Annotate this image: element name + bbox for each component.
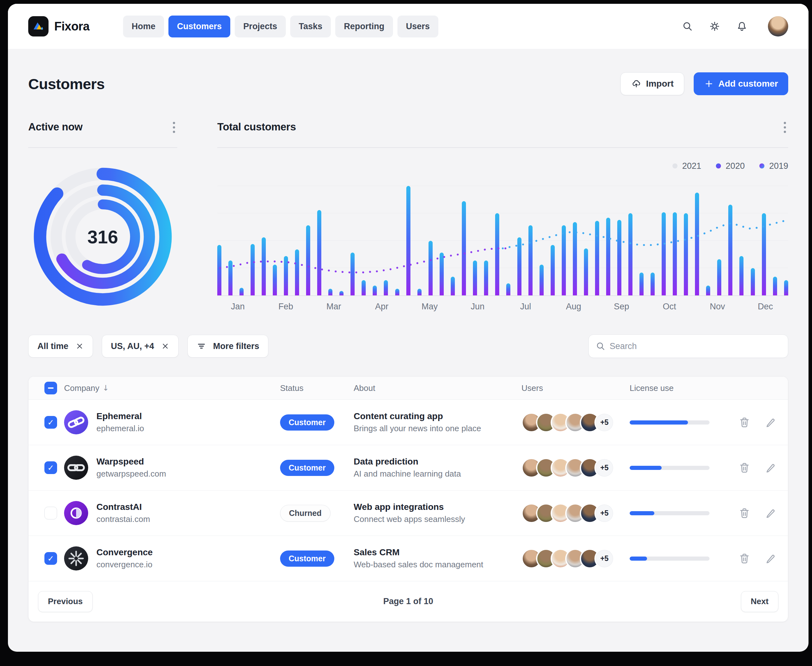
brand[interactable]: Fixora [28,16,89,36]
row-checkbox[interactable] [44,507,57,519]
filter-chip[interactable]: All time [28,335,93,358]
nav-item-reporting[interactable]: Reporting [335,16,393,38]
about-subtitle: Web-based sales doc management [354,560,522,570]
company-logo [64,410,88,434]
settings-gear-icon[interactable] [709,21,720,32]
active-now-section: Active now [28,121,177,313]
total-customers-bar-chart [217,186,788,296]
total-customers-menu-icon[interactable] [781,121,788,134]
company-name: Ephemeral [96,411,144,421]
brand-name: Fixora [54,20,89,33]
about-title: Data prediction [354,457,522,467]
active-now-value: 316 [28,162,177,311]
user-avatar-stack: +5 [522,503,630,523]
legend-dot-icon [716,163,721,168]
brand-logo-icon [28,16,49,36]
month-label: Apr [375,302,388,312]
extra-users-badge[interactable]: +5 [595,458,614,478]
sort-descending-icon[interactable]: ↓ [102,384,109,392]
add-customer-button[interactable]: Add customer [694,73,788,95]
legend-item-2019[interactable]: 2019 [759,161,788,171]
nav-item-tasks[interactable]: Tasks [290,16,331,38]
company-logo [64,456,88,480]
nav-item-projects[interactable]: Projects [235,16,286,38]
legend-item-2021[interactable]: 2021 [672,161,701,171]
license-progress [630,420,710,425]
close-icon[interactable] [161,342,170,350]
extra-users-badge[interactable]: +5 [595,503,614,523]
row-checkbox[interactable]: ✓ [44,416,57,429]
main-nav: HomeCustomersProjectsTasksReportingUsers [123,16,438,38]
user-avatar-stack: +5 [522,549,630,569]
search-icon[interactable] [682,21,693,32]
month-label: Aug [566,302,581,312]
nav-item-home[interactable]: Home [123,16,164,38]
check-icon: ✓ [48,418,54,427]
chart-legend: 202120202019 [217,160,788,171]
delete-icon[interactable] [738,552,751,565]
page-status: Page 1 of 10 [28,597,788,607]
plus-icon [704,79,714,89]
check-icon: ✓ [48,554,54,563]
month-label: Sep [614,302,629,312]
status-badge: Customer [280,414,334,430]
table-row-ephemeral: ✓Ephemeralephemeral.ioCustomerContent cu… [28,400,788,445]
month-label: Feb [278,302,293,312]
edit-icon[interactable] [764,552,777,565]
delete-icon[interactable] [738,462,751,474]
month-label: Dec [758,302,773,312]
status-badge: Churned [280,505,331,522]
extra-users-badge[interactable]: +5 [595,549,614,569]
company-name: ContrastAI [96,502,150,512]
legend-dot-icon [759,163,764,168]
import-button[interactable]: Import [621,73,684,95]
nav-item-customers[interactable]: Customers [168,16,230,38]
indeterminate-icon [48,387,54,389]
company-logo [64,546,88,570]
chart-month-axis: JanFebMarAprMayJunJulAugSepOctNovDec [217,302,788,313]
company-domain: contrastai.com [96,514,150,524]
row-checkbox[interactable]: ✓ [44,462,57,474]
edit-icon[interactable] [764,462,777,474]
license-progress [630,466,710,470]
more-filters-button[interactable]: More filters [188,335,268,358]
table-header-row: Company↓ Status About Users License use [28,377,788,400]
table-row-contrastai: ContrastAIcontrastai.comChurnedWeb app i… [28,491,788,536]
page-title: Customers [28,75,105,93]
edit-icon[interactable] [764,507,777,519]
month-label: Mar [326,302,341,312]
close-icon[interactable] [76,342,84,350]
company-logo [64,501,88,525]
license-progress [630,557,710,560]
nav-item-users[interactable]: Users [397,16,438,38]
about-subtitle: Brings all your news into one place [354,424,522,434]
user-avatar[interactable] [768,16,788,36]
about-title: Sales CRM [354,547,522,557]
about-subtitle: AI and machine learning data [354,469,522,479]
select-all-checkbox[interactable] [44,382,57,394]
check-icon: ✓ [48,463,54,472]
legend-dot-icon [672,163,677,168]
search-input[interactable] [588,335,788,358]
row-checkbox[interactable]: ✓ [44,552,57,565]
month-label: Jun [471,302,485,312]
filter-chip[interactable]: US, AU, +4 [102,335,179,358]
2019-trend-dotted-line [220,249,509,272]
active-now-menu-icon[interactable] [170,121,177,134]
topbar-actions [682,16,788,36]
filter-icon [197,341,206,351]
legend-item-2020[interactable]: 2020 [716,161,745,171]
2020-trend-dotted-line [503,220,788,249]
month-label: Nov [710,302,725,312]
app-window: Fixora HomeCustomersProjectsTasksReporti… [8,4,809,652]
delete-icon[interactable] [738,507,751,519]
extra-users-badge[interactable]: +5 [595,412,614,432]
customers-table: Company↓ Status About Users License use … [28,376,788,622]
notifications-bell-icon[interactable] [736,21,748,32]
edit-icon[interactable] [764,416,777,429]
user-avatar-stack: +5 [522,458,630,478]
delete-icon[interactable] [738,416,751,429]
company-domain: ephemeral.io [96,424,144,434]
search-icon [595,341,606,351]
total-customers-section: Total customers 202120202019 JanFebMarAp… [217,121,788,313]
